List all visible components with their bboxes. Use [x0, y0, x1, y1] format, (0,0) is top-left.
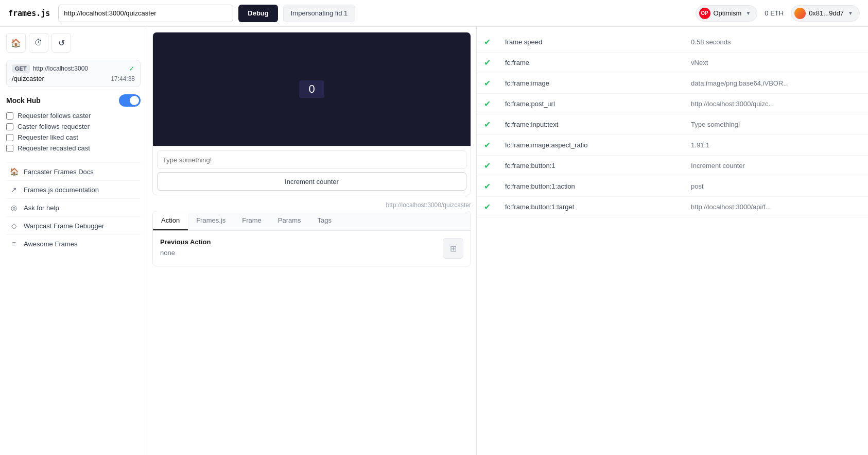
sidebar-item-warpcast-debugger[interactable]: ◇ Warpcast Frame Debugger	[6, 216, 141, 234]
request-path: /quizcaster	[12, 75, 44, 82]
frame-url: http://localhost:3000/quizcaster	[152, 199, 471, 211]
sidebar-item-label-3: Ask for help	[24, 204, 59, 212]
checkbox-requester-recasted-cast: Requester recasted cast	[6, 144, 141, 152]
meta-value: 0.58 seconds	[684, 32, 868, 53]
meta-value: 1.91:1	[684, 135, 868, 156]
meta-value: http://localhost:3000/api/f...	[684, 197, 868, 217]
external-link-icon: ↗	[9, 186, 19, 194]
frame-input-area: Increment counter	[153, 146, 471, 195]
url-input[interactable]	[58, 5, 233, 22]
chevron-down-icon-2: ▼	[848, 10, 853, 16]
table-row: ✔fc:frame:image:aspect_ratio1.91:1	[477, 135, 868, 156]
home-icon: 🏠	[9, 167, 19, 176]
increment-counter-button[interactable]: Increment counter	[157, 172, 466, 191]
check-circle-icon: ✔	[484, 58, 491, 67]
meta-value: Increment counter	[684, 156, 868, 176]
tab-params[interactable]: Params	[270, 211, 309, 230]
sidebar-item-label-1: Farcaster Frames Docs	[24, 168, 94, 176]
tab-tags[interactable]: Tags	[309, 211, 340, 230]
sidebar-item-label-2: Frames.js documentation	[24, 186, 99, 194]
table-row: ✔fc:frame:imagedata:image/png;base64,iVB…	[477, 73, 868, 94]
mock-hub-label: Mock Hub	[6, 96, 41, 105]
links-section: 🏠 Farcaster Frames Docs ↗ Frames.js docu…	[6, 162, 141, 252]
image-icon: ⊞	[450, 244, 457, 254]
right-panel: ✔frame speed0.58 seconds✔fc:framevNext✔f…	[477, 27, 868, 455]
sidebar-item-awesome-frames[interactable]: ≡ Awesome Frames	[6, 234, 141, 252]
meta-key: fc:frame:button:1:target	[498, 197, 684, 217]
tab-action[interactable]: Action	[153, 211, 188, 230]
meta-key: fc:frame:image	[498, 73, 684, 94]
status-check-icon: ✓	[129, 64, 135, 73]
refresh-button[interactable]: ↺	[51, 33, 71, 53]
list-icon: ≡	[9, 240, 19, 248]
meta-key: fc:frame:image:aspect_ratio	[498, 135, 684, 156]
checkbox-requester-recasted-cast-input[interactable]	[6, 145, 13, 152]
wallet-button[interactable]: 0x81...9dd7 ▼	[791, 5, 860, 22]
request-host: http://localhost:3000	[33, 65, 126, 72]
check-circle-icon: ✔	[484, 161, 491, 170]
sidebar-item-label-4: Warpcast Frame Debugger	[24, 222, 104, 230]
check-circle-icon: ✔	[484, 182, 491, 191]
meta-key: fc:frame:button:1	[498, 156, 684, 176]
checkbox-requester-follows-caster-input[interactable]	[6, 112, 13, 120]
frame-image: 0	[153, 32, 471, 146]
checkbox-label-3: Requester liked cast	[18, 133, 78, 141]
eth-balance: 0 ETH	[765, 9, 784, 17]
meta-value: Type something!	[684, 114, 868, 135]
home-button[interactable]: 🏠	[6, 33, 26, 53]
previous-action-label: Previous Action	[160, 238, 211, 246]
meta-key: frame speed	[498, 32, 684, 53]
app-header: frames.js Debug Impersonating fid 1 OP O…	[0, 0, 868, 27]
check-circle-icon: ✔	[484, 38, 491, 46]
debug-button[interactable]: Debug	[238, 5, 277, 22]
tab-bar: Action Frames.js Frame Params Tags	[153, 211, 471, 231]
sidebar-item-frames-docs[interactable]: 🏠 Farcaster Frames Docs	[6, 162, 141, 180]
frame-preview: 0 Increment counter	[152, 32, 471, 195]
tab-framesjs[interactable]: Frames.js	[188, 211, 234, 230]
request-info: GET http://localhost:3000 ✓ /quizcaster …	[6, 60, 141, 87]
toolbar: 🏠 ⏱ ↺	[6, 33, 141, 53]
tab-frame[interactable]: Frame	[234, 211, 270, 230]
checkbox-requester-liked-cast: Requester liked cast	[6, 133, 141, 141]
checkbox-label-4: Requester recasted cast	[18, 144, 90, 152]
table-row: ✔fc:frame:post_urlhttp://localhost:3000/…	[477, 94, 868, 114]
main-layout: 🏠 ⏱ ↺ GET http://localhost:3000 ✓ /quizc…	[0, 27, 868, 455]
sidebar-item-framesjs-docs[interactable]: ↗ Frames.js documentation	[6, 180, 141, 198]
request-time: 17:44:38	[111, 75, 135, 82]
check-circle-icon: ✔	[484, 99, 491, 108]
app-logo: frames.js	[8, 9, 50, 18]
http-method: GET	[12, 64, 30, 73]
network-selector[interactable]: OP Optimism ▼	[696, 5, 758, 22]
check-circle-icon: ✔	[484, 203, 491, 211]
action-panel: Action Frames.js Frame Params Tags Previ…	[152, 211, 471, 266]
table-row: ✔fc:frame:button:1:actionpost	[477, 176, 868, 197]
mock-hub-toggle[interactable]	[119, 94, 141, 107]
sidebar: 🏠 ⏱ ↺ GET http://localhost:3000 ✓ /quizc…	[0, 27, 147, 455]
action-content: Previous Action none ⊞	[153, 231, 471, 266]
checkbox-caster-follows-requester-input[interactable]	[6, 123, 13, 130]
check-circle-icon: ✔	[484, 141, 491, 149]
meta-key: fc:frame:input:text	[498, 114, 684, 135]
checkbox-label-2: Caster follows requester	[18, 123, 90, 130]
meta-table: ✔frame speed0.58 seconds✔fc:framevNext✔f…	[477, 32, 868, 217]
meta-value: post	[684, 176, 868, 197]
table-row: ✔fc:frame:button:1Increment counter	[477, 156, 868, 176]
sidebar-item-ask-help[interactable]: ◎ Ask for help	[6, 198, 141, 216]
history-button[interactable]: ⏱	[29, 33, 48, 53]
checkbox-requester-liked-cast-input[interactable]	[6, 134, 13, 141]
network-label: Optimism	[714, 9, 742, 17]
meta-value: vNext	[684, 53, 868, 73]
meta-key: fc:frame:button:1:action	[498, 176, 684, 197]
impersonate-button[interactable]: Impersonating fid 1	[283, 5, 356, 22]
help-icon: ◎	[9, 204, 19, 212]
frame-text-input[interactable]	[157, 150, 466, 169]
checkbox-requester-follows-caster: Requester follows caster	[6, 112, 141, 120]
checkbox-caster-follows-requester: Caster follows requester	[6, 123, 141, 130]
table-row: ✔fc:frame:input:textType something!	[477, 114, 868, 135]
checkbox-label-1: Requester follows caster	[18, 112, 91, 120]
check-circle-icon: ✔	[484, 120, 491, 129]
meta-key: fc:frame	[498, 53, 684, 73]
wallet-address: 0x81...9dd7	[809, 9, 844, 17]
wallet-avatar-icon	[794, 8, 806, 19]
chevron-down-icon: ▼	[745, 10, 751, 16]
